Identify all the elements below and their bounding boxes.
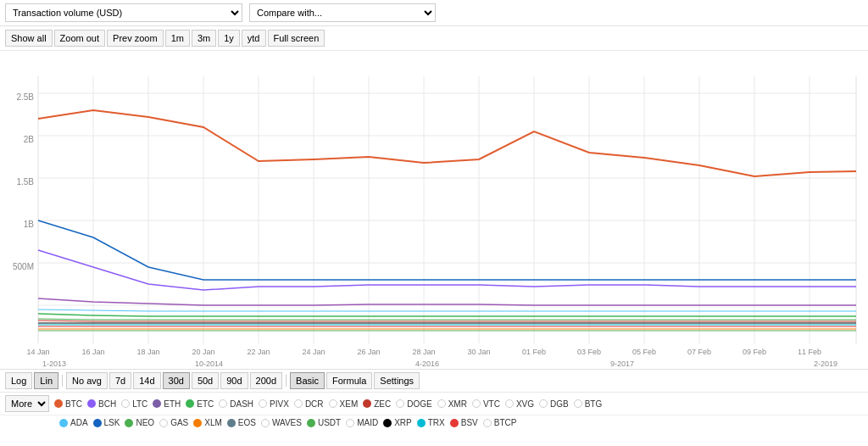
coin-xlm[interactable]: XLM (193, 418, 222, 427)
compare-dropdown[interactable]: Compare with... (249, 3, 436, 22)
coin-dcr[interactable]: DCR (294, 399, 324, 409)
xvg-label: XVG (516, 399, 534, 409)
svg-text:24 Jan: 24 Jan (302, 348, 325, 356)
doge-label: DOGE (407, 399, 431, 409)
coin-bsv[interactable]: BSV (450, 418, 478, 427)
coin-btc[interactable]: BTC (54, 399, 82, 409)
pivx-circle (259, 399, 267, 408)
log-button[interactable]: Log (5, 372, 32, 389)
dgb-label: DGB (550, 399, 569, 409)
trx-dot (417, 419, 426, 427)
btg-label: BTG (585, 399, 603, 409)
svg-text:9-2017: 9-2017 (610, 360, 634, 368)
coin-xrp[interactable]: XRP (383, 418, 412, 427)
ada-dot (59, 419, 68, 427)
coin-waves[interactable]: WAVES (261, 418, 302, 427)
show-all-button[interactable]: Show all (5, 30, 53, 47)
svg-text:10-2014: 10-2014 (195, 360, 223, 368)
neo-label: NEO (136, 418, 154, 427)
bsv-label: BSV (461, 418, 478, 427)
ltc-label: LTC (132, 399, 147, 409)
btg-circle (574, 399, 582, 408)
gas-label: GAS (170, 418, 188, 427)
more-select[interactable]: More (5, 395, 49, 412)
vtc-label: VTC (483, 399, 500, 409)
coin-xem[interactable]: XEM (329, 399, 359, 409)
14d-button[interactable]: 14d (133, 372, 160, 389)
coin-btcp[interactable]: BTCP (483, 418, 517, 427)
svg-text:2-2019: 2-2019 (814, 360, 837, 368)
coin-pivx[interactable]: PIVX (259, 399, 289, 409)
volume-dropdown[interactable]: Transaction volume (USD) (5, 3, 242, 22)
7d-button[interactable]: 7d (109, 372, 131, 389)
svg-text:05 Feb: 05 Feb (632, 348, 656, 356)
eth-dot (153, 399, 161, 408)
coin-xmr[interactable]: XMR (437, 399, 467, 409)
coin-lsk[interactable]: LSK (93, 418, 120, 427)
xrp-label: XRP (394, 418, 412, 427)
svg-text:11 Feb: 11 Feb (798, 348, 821, 356)
btc-dot (54, 399, 63, 408)
coin-dash[interactable]: DASH (219, 399, 253, 409)
full-screen-button[interactable]: Full screen (268, 30, 326, 47)
30d-button[interactable]: 30d (163, 372, 190, 389)
90d-button[interactable]: 90d (220, 372, 248, 389)
coin-dgb[interactable]: DGB (539, 399, 569, 409)
svg-text:2B: 2B (24, 135, 35, 144)
3m-button[interactable]: 3m (192, 30, 216, 47)
eos-dot (227, 419, 236, 427)
dgb-circle (539, 399, 548, 408)
coin-xvg[interactable]: XVG (505, 399, 534, 409)
coin-gas[interactable]: GAS (159, 418, 188, 427)
separator1 (62, 375, 63, 387)
coin-doge[interactable]: DOGE (396, 399, 431, 409)
1y-button[interactable]: 1y (218, 30, 240, 47)
dash-circle (219, 399, 227, 408)
200d-button[interactable]: 200d (250, 372, 282, 389)
coin-ada[interactable]: ADA (59, 418, 88, 427)
coin-maid[interactable]: MAID (346, 418, 378, 427)
formula-button[interactable]: Formula (326, 372, 372, 389)
1m-button[interactable]: 1m (165, 30, 190, 47)
50d-button[interactable]: 50d (192, 372, 219, 389)
coin-eth[interactable]: ETH (153, 399, 181, 409)
ytd-button[interactable]: ytd (242, 30, 266, 47)
bottom-controls: Log Lin No avg 7d 14d 30d 50d 90d 200d B… (0, 369, 868, 430)
xrp-dot (383, 419, 392, 427)
neo-dot (125, 419, 133, 427)
coin-usdt[interactable]: USDT (307, 418, 341, 427)
xem-circle (329, 399, 337, 408)
xvg-circle (505, 399, 514, 408)
coin-trx[interactable]: TRX (417, 418, 445, 427)
coin-eos[interactable]: EOS (227, 418, 256, 427)
bch-dot (87, 399, 96, 408)
xmr-circle (437, 399, 446, 408)
coin-ltc[interactable]: LTC (121, 399, 147, 409)
prev-zoom-button[interactable]: Prev zoom (107, 30, 164, 47)
bch-label: BCH (98, 399, 116, 409)
coin-btg[interactable]: BTG (574, 399, 603, 409)
settings-button[interactable]: Settings (374, 372, 420, 389)
doge-circle (396, 399, 404, 408)
lin-button[interactable]: Lin (34, 372, 58, 389)
ada-label: ADA (70, 418, 88, 427)
zoom-out-button[interactable]: Zoom out (54, 30, 105, 47)
vtc-circle (472, 399, 481, 408)
chart-svg: 2.5B 2B 1.5B 1B 500M 14 Jan (0, 51, 868, 369)
lsk-dot (93, 419, 102, 427)
coin-bch[interactable]: BCH (87, 399, 116, 409)
waves-circle (261, 419, 270, 427)
no-avg-button[interactable]: No avg (66, 372, 108, 389)
coin-neo[interactable]: NEO (125, 418, 154, 427)
basic-button[interactable]: Basic (290, 372, 325, 389)
coin-etc[interactable]: ETC (186, 399, 214, 409)
svg-text:03 Feb: 03 Feb (577, 348, 601, 356)
eth-label: ETH (164, 399, 181, 409)
coin-vtc[interactable]: VTC (472, 399, 500, 409)
btcp-label: BTCP (494, 418, 517, 427)
svg-text:28 Jan: 28 Jan (412, 348, 435, 356)
btc-label: BTC (65, 399, 82, 409)
coin-zec[interactable]: ZEC (363, 399, 391, 409)
svg-text:07 Feb: 07 Feb (687, 348, 711, 356)
bsv-dot (450, 419, 459, 427)
